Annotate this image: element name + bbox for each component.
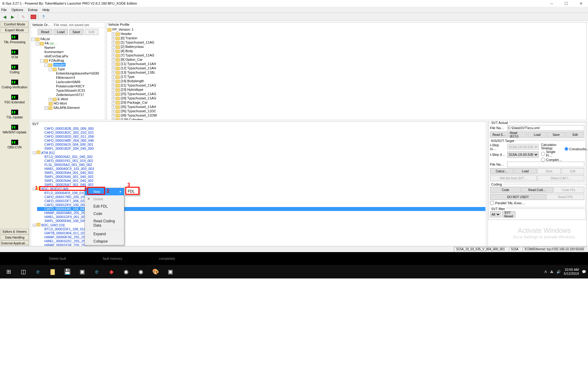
menu-collapse[interactable]: Collapse xyxy=(85,238,124,245)
module-icon xyxy=(11,125,18,130)
back-button[interactable]: ◀ xyxy=(1,13,8,20)
edit-svt-button[interactable]: Edit xyxy=(566,132,584,138)
app-icon-2[interactable]: ◉ xyxy=(119,266,133,278)
read-s-button[interactable]: Read S… xyxy=(490,132,508,138)
sidebar-item-vcm[interactable]: VCM xyxy=(1,48,28,63)
annotation-3: 3 xyxy=(127,182,130,188)
sidebar-external[interactable]: External Applicati… xyxy=(1,240,29,246)
sidebar-editors[interactable]: Editors & Viewers xyxy=(1,229,29,234)
menu-read-coding[interactable]: Read Coding Data xyxy=(85,217,124,229)
maximize-button[interactable]: ☐ xyxy=(562,1,571,6)
radio-construction[interactable]: Constructio… xyxy=(564,147,588,151)
menu-help[interactable]: Help xyxy=(43,8,50,12)
sidebar-item-coding[interactable]: Coding xyxy=(1,63,28,78)
annotation-box-1 xyxy=(39,186,86,191)
fa-tree[interactable]: -FAList -FA (ac… Name= Kommentar= obdCvn… xyxy=(31,36,105,120)
istep-target-select[interactable]: S15A-19-03-535 xyxy=(507,151,539,158)
svt-file-input[interactable] xyxy=(507,125,584,131)
tray-icon[interactable]: ᐱ xyxy=(545,270,547,274)
app-icon-1[interactable]: ◆ xyxy=(105,266,118,278)
annotation-box-2 xyxy=(87,187,105,195)
vehicle-profile-tree[interactable]: FP_Version: 1+Header+[0] Traction+[1] Ty… xyxy=(107,27,586,120)
flag-icon[interactable] xyxy=(31,15,36,19)
background-text: Delete fault fault memory completely xyxy=(0,252,588,265)
edge-icon[interactable]: e xyxy=(31,266,45,278)
radio-complete[interactable]: Complet… xyxy=(541,158,562,162)
kis-file-input[interactable] xyxy=(507,162,584,167)
do-not-use-button[interactable]: DO NOT USE!!! xyxy=(490,194,546,200)
kis-load-button[interactable]: Load xyxy=(514,168,537,174)
svt-filter-fieldset: SVT filter All SVT Reset xyxy=(488,209,586,220)
clock[interactable]: 10:55 AM 5/12/2019 xyxy=(564,268,579,276)
sidebar-item-verification[interactable]: Coding-Verification xyxy=(1,78,28,93)
module-icon xyxy=(11,34,18,40)
notification-icon[interactable]: 💬 xyxy=(582,270,586,274)
ie-icon[interactable]: e xyxy=(90,266,104,278)
connect-icon[interactable]: ✎ xyxy=(20,13,27,20)
menu-edit-fdl[interactable]: Edit FDL xyxy=(85,203,124,210)
sidebar-item-obd[interactable]: OBD-CVN xyxy=(1,138,28,153)
calculate-button[interactable]: Calcul… xyxy=(490,168,513,174)
svt-reset-button[interactable]: SVT Reset xyxy=(502,211,515,217)
network-icon[interactable]: 🖧 xyxy=(550,270,553,274)
load-button[interactable]: Load xyxy=(54,29,68,35)
sidebar-data-handling[interactable]: Data Handling xyxy=(1,235,29,240)
parallel-checkbox[interactable] xyxy=(490,201,494,205)
hwids-button: HW-IDs from SVT… xyxy=(490,175,537,181)
expert-mode-button[interactable]: Expert Mode xyxy=(1,27,28,33)
filter-select[interactable]: All xyxy=(490,211,501,217)
close-button[interactable]: ✕ xyxy=(576,1,586,6)
menubar: File Options Extras Help xyxy=(0,7,588,13)
paint-icon[interactable]: 🎨 xyxy=(149,266,162,278)
istep-ship-select[interactable]: S15A-19-03-535 xyxy=(507,144,539,150)
kis-edit-button: Edit xyxy=(561,168,585,174)
coding-fieldset: Coding Code Read Codi… Code FDL DO NOT U… xyxy=(488,184,586,207)
vehicle-order-label: Vehicle Or… xyxy=(31,22,52,27)
save-svt-button[interactable]: Save xyxy=(547,132,565,138)
detect-caf-button: Detect CAF f… xyxy=(537,175,584,181)
menu-expand[interactable]: Expand xyxy=(85,230,124,238)
read-button[interactable]: Read xyxy=(38,29,52,35)
menu-code[interactable]: Code xyxy=(85,210,124,217)
module-icon xyxy=(11,94,18,100)
terminal-icon[interactable]: ▣ xyxy=(75,266,89,278)
window-controls: ─ ☐ ✕ xyxy=(547,1,586,6)
status-connection: ICOM/Ethernet: tcp://192.168.10.193:5016… xyxy=(522,247,586,251)
start-button[interactable]: ⊞ xyxy=(2,266,15,278)
vehicle-order-panel: Vehicle Or… File read, not saved yet. Re… xyxy=(31,22,105,120)
vehicle-order-status: File read, not saved yet. xyxy=(52,22,105,27)
sidebar-item-tsl[interactable]: TSL-Update xyxy=(1,108,28,123)
edit-button: Edit xyxy=(85,29,98,35)
window-title: E-Sys 3.27.1 - Powered By: TokenMaster's… xyxy=(2,2,547,5)
sidebar-item-nav[interactable]: NAV/ENT-Update xyxy=(1,123,28,138)
taskbar: ⊞ ◫ e ▇ 💾 ▣ e ◆ ◉ ◉ 🎨 ▣ ᐱ 🖧 🔊 10:55 AM 5… xyxy=(0,265,588,278)
save-button[interactable]: Save xyxy=(69,29,84,35)
read-coding-button[interactable]: Read Codi… xyxy=(522,187,552,193)
save-icon[interactable]: 💾 xyxy=(61,266,74,278)
minimize-button[interactable]: ─ xyxy=(547,1,556,6)
sidebar-item-fsc[interactable]: FSC-Extended xyxy=(1,93,28,108)
load-svt-button[interactable]: Load xyxy=(528,132,546,138)
menu-delete: ✕Delete xyxy=(85,195,124,203)
menu-extras[interactable]: Extras xyxy=(28,8,38,12)
radio-single[interactable]: Single Fl… xyxy=(541,150,562,157)
comfort-mode-button[interactable]: Comfort Mode xyxy=(1,21,28,27)
sidebar-item-tal[interactable]: TAL-Processing xyxy=(1,33,28,48)
forward-button[interactable]: ▶ xyxy=(9,13,16,20)
status-istep: S15A_19_03_535_V_004_000_001 xyxy=(454,247,507,251)
taskview-icon[interactable]: ◫ xyxy=(17,266,30,278)
esys-icon[interactable]: ▣ xyxy=(164,266,177,278)
menu-options[interactable]: Options xyxy=(12,8,23,12)
bmw-icon[interactable]: ◉ xyxy=(134,266,148,278)
annotation-2: 2 xyxy=(107,188,109,194)
header-node[interactable]: Header xyxy=(53,63,66,67)
menu-file[interactable]: File xyxy=(1,8,7,12)
context-menu: New▸ ✕Delete Edit FDL Code Read Coding D… xyxy=(85,188,124,245)
code-button[interactable]: Code xyxy=(490,187,521,193)
read-ecu-button[interactable]: Read (ECU) xyxy=(509,132,527,138)
sound-icon[interactable]: 🔊 xyxy=(556,270,561,274)
help-icon[interactable]: ? xyxy=(40,13,47,20)
explorer-icon[interactable]: ▇ xyxy=(46,266,59,278)
statusbar: S15A_19_03_535_V_004_000_001 S15A ICOM/E… xyxy=(0,246,588,252)
vehicle-profile-panel: Vehicle Profile FP_Version: 1+Header+[0]… xyxy=(107,22,587,120)
